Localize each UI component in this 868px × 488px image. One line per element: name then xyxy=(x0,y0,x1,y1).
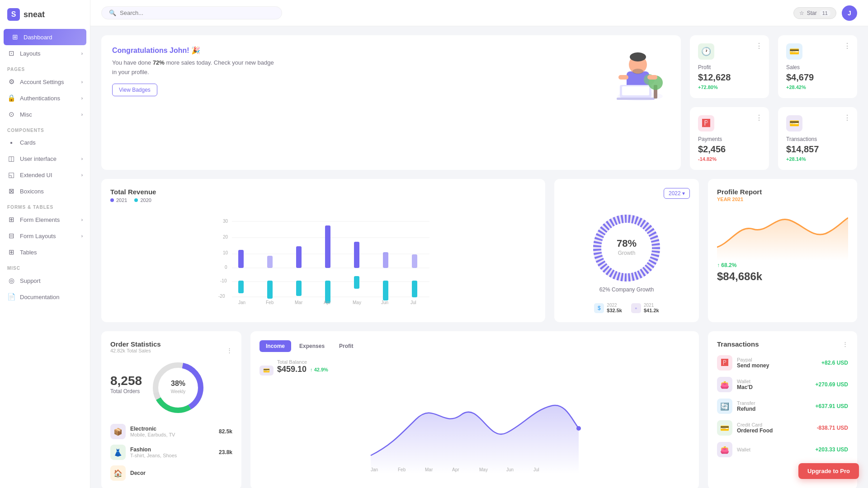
sidebar-item-label: Documentation xyxy=(20,294,83,300)
trans-source: Wallet xyxy=(737,447,811,452)
svg-rect-37 xyxy=(412,254,417,268)
payments-change: -14.82% xyxy=(698,156,761,162)
svg-text:Jan: Jan xyxy=(371,467,378,472)
sidebar-item-authentications[interactable]: 🔒 Authentications › xyxy=(0,90,90,106)
svg-text:Jul: Jul xyxy=(533,467,539,472)
sidebar-item-tables[interactable]: ⊞ Tables xyxy=(0,244,90,260)
legend-dot-2021 xyxy=(110,198,114,202)
order-total: 8,258 xyxy=(110,374,142,388)
sidebar-item-user-interface[interactable]: ◫ User interface › xyxy=(0,150,90,167)
profit-label: Profit xyxy=(698,64,761,70)
trans-info-credit: Credit Card Ordered Food xyxy=(737,422,812,434)
sidebar-item-label: Boxicons xyxy=(20,188,83,195)
welcome-text: You have done 72% more sales today. Chec… xyxy=(112,58,275,77)
sidebar-item-documentation[interactable]: 📄 Documentation xyxy=(0,289,90,305)
view-badges-button[interactable]: View Badges xyxy=(112,84,157,96)
chevron-right-icon: › xyxy=(81,234,83,239)
card-menu-icon[interactable]: ⋮ xyxy=(755,113,763,122)
stat-card-payments: ⋮ 🅿 Payments $2,456 -14.82% xyxy=(690,107,769,170)
tab-income[interactable]: Income xyxy=(259,340,291,352)
tab-profit[interactable]: Profit xyxy=(333,340,359,352)
card-menu-icon[interactable]: ⋮ xyxy=(844,42,851,50)
trans-info-wallet2: Wallet xyxy=(737,447,811,452)
growth-gauge-svg: 78% Growth xyxy=(588,210,665,286)
sales-icon: 💳 xyxy=(786,43,802,60)
lock-icon: 🔒 xyxy=(7,94,15,102)
card-menu-icon[interactable]: ⋮ xyxy=(755,42,763,50)
sidebar-item-label: Account Settings xyxy=(20,79,77,85)
tables-icon: ⊞ xyxy=(7,248,15,256)
sidebar-item-dashboard[interactable]: ⊞ Dashboard xyxy=(4,29,86,45)
dashboard-icon: ⊞ xyxy=(11,33,19,41)
logo-icon: S xyxy=(7,8,20,21)
svg-rect-31 xyxy=(325,225,330,268)
electronic-name: Electronic xyxy=(130,426,175,432)
sidebar-item-boxicons[interactable]: ⊠ Boxicons xyxy=(0,183,90,199)
sidebar-item-cards[interactable]: ▪ Cards xyxy=(0,135,90,150)
year-2021-icon: ▫ xyxy=(631,303,641,313)
main-nav: ⊞ Dashboard ⊡ Layouts › PAGES ⚙ Account … xyxy=(0,29,90,305)
mid-row: Total Revenue 2021 2020 30 20 10 xyxy=(101,179,857,322)
trans-source: Paypal xyxy=(737,357,817,362)
electronic-sub: Mobile, Earbuds, TV xyxy=(130,432,175,437)
user-avatar[interactable]: J xyxy=(842,5,857,21)
svg-rect-7 xyxy=(617,98,655,100)
svg-text:Jun: Jun xyxy=(506,467,514,472)
income-chart-svg: Jan Feb Mar Apr May Jun Jul xyxy=(259,383,690,474)
sidebar-item-extended-ui[interactable]: ◱ Extended UI › xyxy=(0,167,90,183)
svg-text:Mar: Mar xyxy=(425,467,433,472)
svg-point-56 xyxy=(576,426,581,431)
svg-text:30: 30 xyxy=(223,219,228,224)
svg-rect-11 xyxy=(618,75,628,80)
order-subtitle: 42.82k Total Sales xyxy=(110,348,161,353)
sidebar-item-layouts[interactable]: ⊡ Layouts › xyxy=(0,45,90,61)
order-item-fashion: 👗 Fashion T-shirt, Jeans, Shoes 23.8k xyxy=(110,445,232,460)
chevron-right-icon: › xyxy=(81,80,83,84)
svg-text:May: May xyxy=(353,300,361,305)
svg-text:78%: 78% xyxy=(617,238,637,249)
sidebar-item-misc[interactable]: ⊙ Misc › xyxy=(0,106,90,122)
sidebar-item-label: Cards xyxy=(20,139,83,146)
svg-rect-38 xyxy=(412,281,417,297)
transfer-icon: 🔄 xyxy=(717,399,732,414)
upgrade-to-pro-button[interactable]: Upgrade to Pro xyxy=(798,463,859,479)
svg-rect-30 xyxy=(296,281,302,296)
tab-expenses[interactable]: Expenses xyxy=(293,340,331,352)
sidebar-item-label: Form Layouts xyxy=(20,233,77,239)
star-button[interactable]: ☆ Star 11 xyxy=(793,7,836,19)
sidebar-item-support[interactable]: ◎ Support xyxy=(0,272,90,289)
sales-change: +28.42% xyxy=(786,84,849,90)
order-donut: 38% Weekly xyxy=(151,361,205,415)
svg-text:Mar: Mar xyxy=(295,300,303,305)
trans-info-wallet: Wallet Mac'D xyxy=(737,379,811,390)
ext-ui-icon: ◱ xyxy=(7,171,15,179)
year-2021-value: $41.2k xyxy=(644,308,659,313)
trans-name: Mac'D xyxy=(737,384,811,390)
svg-rect-35 xyxy=(383,252,388,268)
svg-rect-34 xyxy=(354,276,359,289)
sidebar-item-form-layouts[interactable]: ⊟ Form Layouts › xyxy=(0,228,90,244)
year-selector-button[interactable]: 2022 ▾ xyxy=(664,188,690,199)
cards-icon: ▪ xyxy=(7,139,15,146)
trans-amount-transfer: +637.91 USD xyxy=(816,403,848,409)
sidebar-item-account-settings[interactable]: ⚙ Account Settings › xyxy=(0,74,90,90)
transactions-menu-icon[interactable]: ⋮ xyxy=(842,341,848,347)
search-input[interactable] xyxy=(120,9,274,16)
svg-text:Feb: Feb xyxy=(266,300,274,305)
revenue-title: Total Revenue xyxy=(110,188,536,196)
logo: S sneat xyxy=(0,0,90,29)
year-2022-value: $32.5k xyxy=(607,308,622,313)
trans-item-credit: 💳 Credit Card Ordered Food -838.71 USD xyxy=(717,420,848,436)
growth-foot-2022: $ 2022 $32.5k xyxy=(594,303,622,313)
svg-text:Jun: Jun xyxy=(381,300,388,305)
svg-text:0: 0 xyxy=(225,265,227,270)
stat-card-sales: ⋮ 💳 Sales $4,679 +28.42% xyxy=(778,35,857,98)
card-menu-icon[interactable]: ⋮ xyxy=(844,113,851,122)
sidebar-item-form-elements[interactable]: ⊞ Form Elements › xyxy=(0,211,90,228)
section-label-components: COMPONENTS xyxy=(0,122,90,135)
svg-rect-29 xyxy=(296,246,302,268)
star-count: 11 xyxy=(820,10,830,16)
order-menu-icon[interactable]: ⋮ xyxy=(226,347,232,354)
chevron-right-icon: › xyxy=(81,217,83,222)
svg-point-3 xyxy=(630,52,646,61)
